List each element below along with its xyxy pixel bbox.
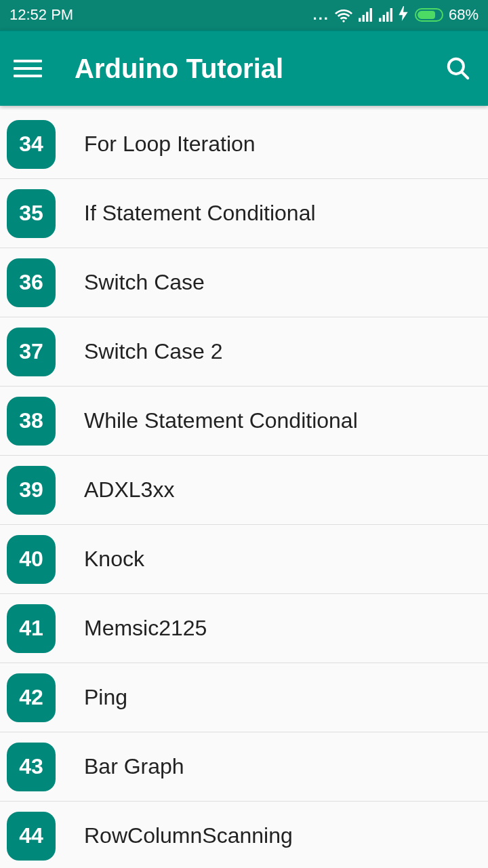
list-item[interactable]: 40 Knock xyxy=(0,525,488,594)
item-number-badge: 34 xyxy=(7,120,56,169)
list-item[interactable]: 41 Memsic2125 xyxy=(0,594,488,663)
wifi-icon xyxy=(335,7,352,22)
status-time: 12:52 PM xyxy=(9,6,73,24)
page-title: Arduino Tutorial xyxy=(75,54,442,84)
item-label: If Statement Conditional xyxy=(84,201,316,226)
item-number-badge: 40 xyxy=(7,535,56,584)
item-number-badge: 44 xyxy=(7,812,56,861)
item-label: Knock xyxy=(84,547,144,572)
svg-line-1 xyxy=(462,72,468,78)
list-item[interactable]: 44 RowColumnScanning xyxy=(0,802,488,868)
signal-icon-1 xyxy=(358,8,373,22)
list-item[interactable]: 42 Ping xyxy=(0,663,488,732)
item-label: Ping xyxy=(84,685,127,710)
item-number-badge: 42 xyxy=(7,673,56,722)
item-label: Memsic2125 xyxy=(84,616,207,641)
signal-icon-2 xyxy=(378,8,393,22)
item-number-badge: 38 xyxy=(7,397,56,446)
menu-icon[interactable] xyxy=(14,54,42,83)
status-bar: 12:52 PM ... 68% xyxy=(0,0,488,30)
list-item[interactable]: 39 ADXL3xx xyxy=(0,456,488,525)
item-number-badge: 36 xyxy=(7,258,56,307)
list-item[interactable]: 36 Switch Case xyxy=(0,248,488,317)
more-dots-icon: ... xyxy=(313,6,329,24)
list-item[interactable]: 38 While Statement Conditional xyxy=(0,387,488,456)
item-label: RowColumnScanning xyxy=(84,823,293,848)
item-label: For Loop Iteration xyxy=(84,132,256,157)
search-icon[interactable] xyxy=(442,52,474,85)
list-item[interactable]: 37 Switch Case 2 xyxy=(0,317,488,387)
list-item[interactable]: 35 If Statement Conditional xyxy=(0,179,488,248)
app-bar: Arduino Tutorial xyxy=(0,30,488,106)
item-label: Switch Case xyxy=(84,270,205,295)
tutorial-list: 34 For Loop Iteration 35 If Statement Co… xyxy=(0,110,488,868)
item-number-badge: 37 xyxy=(7,328,56,376)
item-number-badge: 35 xyxy=(7,189,56,238)
item-number-badge: 41 xyxy=(7,604,56,653)
item-label: ADXL3xx xyxy=(84,477,174,502)
list-item[interactable]: 34 For Loop Iteration xyxy=(0,110,488,179)
list-item[interactable]: 43 Bar Graph xyxy=(0,732,488,802)
charging-icon xyxy=(399,6,408,24)
item-label: While Statement Conditional xyxy=(84,408,358,433)
item-label: Bar Graph xyxy=(84,754,184,779)
item-number-badge: 39 xyxy=(7,466,56,515)
battery-icon xyxy=(415,8,443,22)
item-label: Switch Case 2 xyxy=(84,339,223,364)
battery-percentage: 68% xyxy=(449,6,479,24)
item-number-badge: 43 xyxy=(7,743,56,791)
